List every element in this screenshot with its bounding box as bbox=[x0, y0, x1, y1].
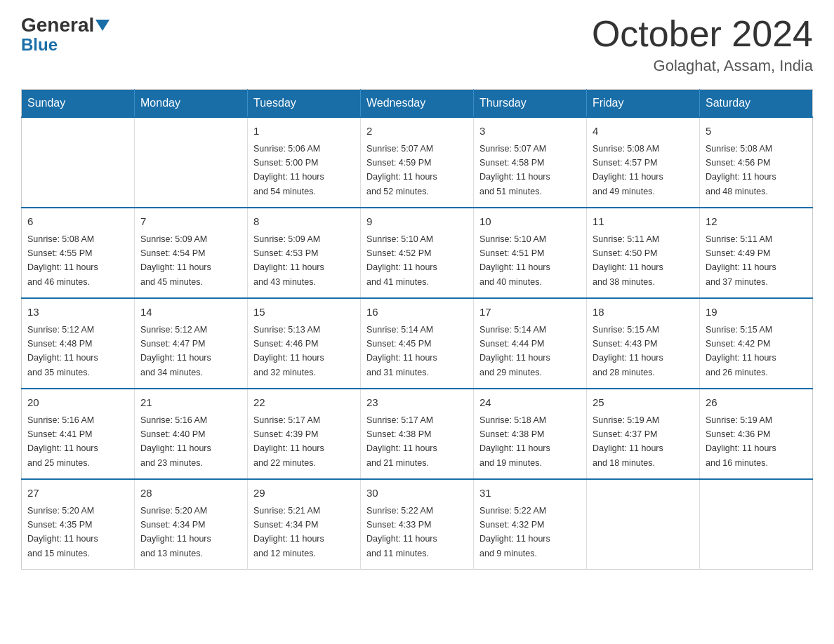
day-number: 16 bbox=[366, 304, 468, 321]
day-cell: 29Sunrise: 5:21 AM Sunset: 4:34 PM Dayli… bbox=[248, 479, 361, 570]
day-info: Sunrise: 5:19 AM Sunset: 4:36 PM Dayligh… bbox=[706, 415, 776, 468]
day-cell: 21Sunrise: 5:16 AM Sunset: 4:40 PM Dayli… bbox=[135, 389, 248, 479]
day-cell: 13Sunrise: 5:12 AM Sunset: 4:48 PM Dayli… bbox=[22, 298, 135, 389]
day-number: 25 bbox=[593, 395, 694, 411]
day-cell: 1Sunrise: 5:06 AM Sunset: 5:00 PM Daylig… bbox=[248, 117, 361, 208]
day-number: 30 bbox=[366, 485, 468, 502]
day-cell: 19Sunrise: 5:15 AM Sunset: 4:42 PM Dayli… bbox=[700, 298, 813, 389]
day-info: Sunrise: 5:09 AM Sunset: 4:54 PM Dayligh… bbox=[140, 234, 211, 287]
day-number: 28 bbox=[140, 485, 241, 502]
day-number: 11 bbox=[593, 214, 694, 230]
logo-area: General Blue bbox=[21, 14, 111, 55]
day-cell: 24Sunrise: 5:18 AM Sunset: 4:38 PM Dayli… bbox=[474, 389, 587, 479]
day-info: Sunrise: 5:13 AM Sunset: 4:46 PM Dayligh… bbox=[253, 325, 324, 377]
day-number: 2 bbox=[366, 123, 468, 140]
header-day-friday: Friday bbox=[587, 90, 700, 118]
calendar-header: SundayMondayTuesdayWednesdayThursdayFrid… bbox=[22, 90, 813, 118]
day-info: Sunrise: 5:10 AM Sunset: 4:52 PM Dayligh… bbox=[366, 234, 437, 287]
day-cell: 22Sunrise: 5:17 AM Sunset: 4:39 PM Dayli… bbox=[248, 389, 361, 479]
day-number: 1 bbox=[253, 123, 355, 140]
day-cell: 30Sunrise: 5:22 AM Sunset: 4:33 PM Dayli… bbox=[361, 479, 474, 570]
location-title: Golaghat, Assam, India bbox=[592, 57, 813, 75]
day-info: Sunrise: 5:09 AM Sunset: 4:53 PM Dayligh… bbox=[253, 234, 324, 287]
week-row-4: 27Sunrise: 5:20 AM Sunset: 4:35 PM Dayli… bbox=[22, 479, 813, 570]
day-info: Sunrise: 5:15 AM Sunset: 4:43 PM Dayligh… bbox=[593, 325, 663, 377]
day-cell: 28Sunrise: 5:20 AM Sunset: 4:34 PM Dayli… bbox=[135, 479, 248, 570]
day-cell: 11Sunrise: 5:11 AM Sunset: 4:50 PM Dayli… bbox=[587, 208, 700, 298]
day-cell: 9Sunrise: 5:10 AM Sunset: 4:52 PM Daylig… bbox=[361, 208, 474, 298]
day-cell: 2Sunrise: 5:07 AM Sunset: 4:59 PM Daylig… bbox=[361, 117, 474, 208]
day-info: Sunrise: 5:06 AM Sunset: 5:00 PM Dayligh… bbox=[253, 144, 324, 196]
page-header: General Blue October 2024 Golaghat, Assa… bbox=[21, 14, 813, 75]
day-cell: 16Sunrise: 5:14 AM Sunset: 4:45 PM Dayli… bbox=[361, 298, 474, 389]
day-number: 21 bbox=[140, 395, 241, 411]
day-number: 10 bbox=[479, 214, 581, 230]
day-number: 9 bbox=[366, 214, 468, 230]
day-info: Sunrise: 5:19 AM Sunset: 4:37 PM Dayligh… bbox=[593, 415, 663, 468]
day-info: Sunrise: 5:17 AM Sunset: 4:38 PM Dayligh… bbox=[366, 415, 437, 468]
calendar-table: SundayMondayTuesdayWednesdayThursdayFrid… bbox=[21, 89, 813, 570]
week-row-2: 13Sunrise: 5:12 AM Sunset: 4:48 PM Dayli… bbox=[22, 298, 813, 389]
day-info: Sunrise: 5:08 AM Sunset: 4:57 PM Dayligh… bbox=[593, 144, 663, 196]
day-cell: 6Sunrise: 5:08 AM Sunset: 4:55 PM Daylig… bbox=[22, 208, 135, 298]
header-day-thursday: Thursday bbox=[474, 90, 587, 118]
day-cell: 14Sunrise: 5:12 AM Sunset: 4:47 PM Dayli… bbox=[135, 298, 248, 389]
day-number: 8 bbox=[253, 214, 355, 230]
day-cell: 25Sunrise: 5:19 AM Sunset: 4:37 PM Dayli… bbox=[587, 389, 700, 479]
day-info: Sunrise: 5:16 AM Sunset: 4:41 PM Dayligh… bbox=[27, 415, 98, 468]
day-cell bbox=[587, 479, 700, 570]
day-cell bbox=[700, 479, 813, 570]
calendar-body: 1Sunrise: 5:06 AM Sunset: 5:00 PM Daylig… bbox=[22, 117, 813, 570]
day-cell: 5Sunrise: 5:08 AM Sunset: 4:56 PM Daylig… bbox=[700, 117, 813, 208]
day-info: Sunrise: 5:07 AM Sunset: 4:58 PM Dayligh… bbox=[479, 144, 550, 196]
day-number: 27 bbox=[27, 485, 128, 502]
day-number: 7 bbox=[140, 214, 241, 230]
day-info: Sunrise: 5:22 AM Sunset: 4:32 PM Dayligh… bbox=[479, 506, 550, 558]
day-number: 12 bbox=[706, 214, 807, 230]
day-info: Sunrise: 5:14 AM Sunset: 4:45 PM Dayligh… bbox=[366, 325, 437, 377]
day-number: 17 bbox=[479, 304, 581, 321]
day-cell: 15Sunrise: 5:13 AM Sunset: 4:46 PM Dayli… bbox=[248, 298, 361, 389]
day-number: 4 bbox=[593, 123, 694, 140]
day-info: Sunrise: 5:14 AM Sunset: 4:44 PM Dayligh… bbox=[479, 325, 550, 377]
day-cell: 18Sunrise: 5:15 AM Sunset: 4:43 PM Dayli… bbox=[587, 298, 700, 389]
day-number: 6 bbox=[27, 214, 128, 230]
day-info: Sunrise: 5:21 AM Sunset: 4:34 PM Dayligh… bbox=[253, 506, 324, 558]
logo-general-text: General bbox=[21, 14, 94, 36]
day-info: Sunrise: 5:22 AM Sunset: 4:33 PM Dayligh… bbox=[366, 506, 437, 558]
day-cell: 20Sunrise: 5:16 AM Sunset: 4:41 PM Dayli… bbox=[22, 389, 135, 479]
day-info: Sunrise: 5:12 AM Sunset: 4:47 PM Dayligh… bbox=[140, 325, 211, 377]
day-number: 3 bbox=[479, 123, 581, 140]
day-info: Sunrise: 5:08 AM Sunset: 4:56 PM Dayligh… bbox=[706, 144, 776, 196]
day-info: Sunrise: 5:18 AM Sunset: 4:38 PM Dayligh… bbox=[479, 415, 550, 468]
day-number: 18 bbox=[593, 304, 694, 321]
day-number: 5 bbox=[706, 123, 807, 140]
day-cell bbox=[22, 117, 135, 208]
month-title: October 2024 bbox=[592, 14, 813, 54]
day-number: 15 bbox=[253, 304, 355, 321]
header-day-saturday: Saturday bbox=[700, 90, 813, 118]
day-number: 20 bbox=[27, 395, 128, 411]
day-cell bbox=[135, 117, 248, 208]
day-info: Sunrise: 5:12 AM Sunset: 4:48 PM Dayligh… bbox=[27, 325, 98, 377]
header-day-monday: Monday bbox=[135, 90, 248, 118]
day-info: Sunrise: 5:15 AM Sunset: 4:42 PM Dayligh… bbox=[706, 325, 776, 377]
day-number: 24 bbox=[479, 395, 581, 411]
day-number: 22 bbox=[253, 395, 355, 411]
header-row: SundayMondayTuesdayWednesdayThursdayFrid… bbox=[22, 90, 813, 118]
day-info: Sunrise: 5:11 AM Sunset: 4:50 PM Dayligh… bbox=[593, 234, 663, 287]
day-cell: 31Sunrise: 5:22 AM Sunset: 4:32 PM Dayli… bbox=[474, 479, 587, 570]
day-info: Sunrise: 5:20 AM Sunset: 4:34 PM Dayligh… bbox=[140, 506, 211, 558]
day-number: 26 bbox=[706, 395, 807, 411]
day-info: Sunrise: 5:07 AM Sunset: 4:59 PM Dayligh… bbox=[366, 144, 437, 196]
day-info: Sunrise: 5:16 AM Sunset: 4:40 PM Dayligh… bbox=[140, 415, 211, 468]
day-number: 31 bbox=[479, 485, 581, 502]
day-number: 23 bbox=[366, 395, 468, 411]
logo-blue-text: Blue bbox=[21, 35, 58, 55]
day-cell: 27Sunrise: 5:20 AM Sunset: 4:35 PM Dayli… bbox=[22, 479, 135, 570]
day-info: Sunrise: 5:17 AM Sunset: 4:39 PM Dayligh… bbox=[253, 415, 324, 468]
day-number: 29 bbox=[253, 485, 355, 502]
header-day-wednesday: Wednesday bbox=[361, 90, 474, 118]
day-cell: 3Sunrise: 5:07 AM Sunset: 4:58 PM Daylig… bbox=[474, 117, 587, 208]
day-cell: 8Sunrise: 5:09 AM Sunset: 4:53 PM Daylig… bbox=[248, 208, 361, 298]
